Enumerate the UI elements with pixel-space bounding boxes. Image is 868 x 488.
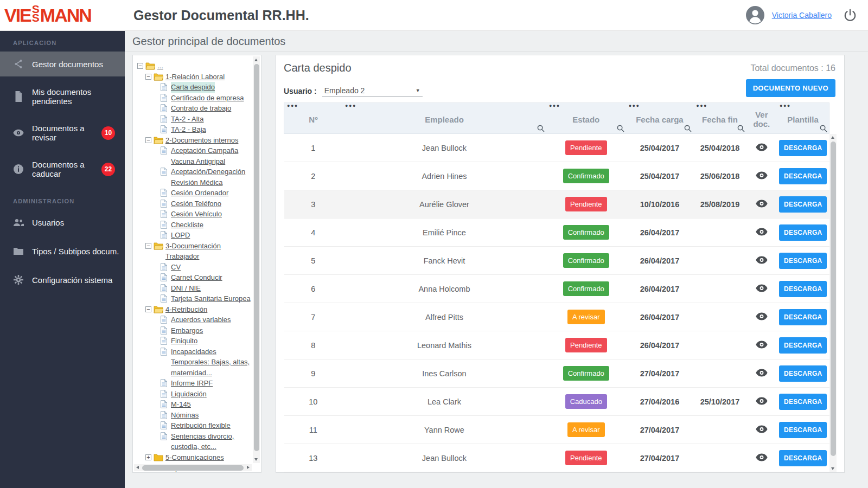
sidebar-item-gestor-documentos[interactable]: Gestor documentos: [0, 52, 125, 76]
scrollbar-thumb[interactable]: [254, 64, 259, 451]
column-menu-icon[interactable]: ●●●: [287, 103, 298, 108]
tree-document-link[interactable]: CV: [171, 262, 181, 273]
download-template-button[interactable]: DESCARGA: [779, 281, 827, 297]
view-document-eye-icon[interactable]: [756, 284, 768, 292]
user-filter-select[interactable]: Empleado 2 ▼: [322, 85, 423, 97]
tree-document-link[interactable]: DNI / NIE: [171, 283, 201, 294]
collapse-toggle-icon[interactable]: −: [145, 243, 151, 249]
view-document-eye-icon[interactable]: [756, 200, 768, 208]
download-template-button[interactable]: DESCARGA: [779, 337, 827, 354]
tree-document-link[interactable]: Acuerdos variables: [171, 314, 231, 325]
view-document-eye-icon[interactable]: [756, 171, 768, 179]
tree-document-link[interactable]: Incapacidades Temporales: Bajas, altas, …: [171, 346, 252, 378]
view-document-eye-icon[interactable]: [756, 341, 768, 349]
download-template-button[interactable]: DESCARGA: [779, 196, 827, 213]
scroll-up-icon[interactable]: [254, 59, 258, 61]
tree-document-link[interactable]: Cesión Teléfono: [171, 198, 221, 209]
download-template-button[interactable]: DESCARGA: [779, 309, 827, 325]
sidebar-item-usuarios[interactable]: Usuarios: [0, 210, 125, 235]
download-template-button[interactable]: DESCARGA: [779, 224, 827, 241]
tree-document-link[interactable]: Informe IRPF: [171, 378, 213, 389]
download-template-button[interactable]: DESCARGA: [779, 168, 827, 184]
view-document-eye-icon[interactable]: [756, 369, 768, 377]
column-menu-icon[interactable]: ●●●: [629, 103, 640, 108]
tree-document-link[interactable]: Carta despido: [171, 82, 215, 93]
download-template-button[interactable]: DESCARGA: [779, 450, 827, 466]
tree-document-link[interactable]: Certificado de empresa: [171, 93, 244, 104]
column-search-icon[interactable]: [737, 125, 745, 132]
tree-vertical-scrollbar[interactable]: [253, 56, 260, 463]
tree-document-link[interactable]: Cesión Vehículo: [171, 209, 222, 220]
download-template-button[interactable]: DESCARGA: [779, 253, 827, 269]
view-document-eye-icon[interactable]: [756, 143, 768, 151]
tree-horizontal-scrollbar[interactable]: [134, 464, 252, 471]
view-document-eye-icon[interactable]: [756, 312, 768, 320]
collapse-toggle-icon[interactable]: −: [145, 74, 151, 80]
collapse-toggle-icon[interactable]: −: [145, 306, 151, 312]
tree-document-link[interactable]: Nóminas: [171, 410, 199, 421]
sidebar-item-mis-documentos-pendientes[interactable]: Mis documentos pendientes: [0, 80, 125, 113]
new-document-button[interactable]: DOCUMENTO NUEVO: [746, 79, 835, 97]
view-document-eye-icon[interactable]: [756, 256, 768, 264]
column-menu-icon[interactable]: ●●●: [780, 103, 791, 108]
download-template-button[interactable]: DESCARGA: [779, 365, 827, 382]
download-template-button[interactable]: DESCARGA: [779, 394, 827, 410]
scrollbar-thumb[interactable]: [831, 142, 836, 456]
column-search-icon[interactable]: [820, 125, 827, 132]
tree-document-link[interactable]: Cesión Ordenador: [171, 188, 228, 198]
view-document-eye-icon[interactable]: [756, 397, 768, 405]
tree-document-link[interactable]: Finiquito: [171, 336, 197, 346]
tree-folder-link[interactable]: 1-Relación Laboral: [165, 72, 225, 82]
column-search-icon[interactable]: [617, 125, 624, 132]
scroll-down-icon[interactable]: [831, 467, 834, 470]
tree-document-link[interactable]: Liquidación: [171, 389, 207, 400]
scrollbar-thumb[interactable]: [142, 465, 244, 471]
tree-node: Carnet Conducir: [159, 272, 252, 283]
expand-toggle-icon[interactable]: +: [145, 454, 151, 460]
column-menu-icon[interactable]: ●●●: [345, 103, 356, 108]
column-menu-icon[interactable]: ●●●: [549, 103, 560, 108]
tree-document-link[interactable]: LOPD: [171, 230, 190, 241]
download-template-button[interactable]: DESCARGA: [779, 140, 827, 156]
collapse-toggle-icon[interactable]: −: [137, 63, 143, 69]
collapse-toggle-icon[interactable]: −: [145, 137, 151, 143]
tree-document-link[interactable]: Aceptación Campaña Vacuna Antigripal: [171, 145, 252, 166]
tree-document-link[interactable]: M-145: [171, 399, 191, 410]
tree-document-link[interactable]: TA-2 - Alta: [171, 114, 203, 125]
user-name-link[interactable]: Victoria Caballero: [772, 11, 832, 20]
scroll-down-icon[interactable]: [254, 458, 258, 461]
tree-document-link[interactable]: Sentencias divorcio, custodia, etc...: [171, 431, 252, 452]
tree-node: −3-Documentación Trabajador: [145, 241, 252, 262]
view-document-eye-icon[interactable]: [756, 425, 768, 433]
tree-folder-link[interactable]: 4-Retribución: [165, 304, 207, 315]
tree-folder-link[interactable]: ...: [157, 61, 163, 72]
column-search-icon[interactable]: [537, 125, 545, 132]
user-avatar-icon[interactable]: [745, 5, 765, 25]
tree-document-link[interactable]: Contrato de trabajo: [171, 103, 231, 114]
sidebar-item-label: Usuarios: [32, 218, 64, 227]
tree-document-link[interactable]: Embargos: [171, 325, 203, 336]
tree-document-link[interactable]: Checkliste: [171, 220, 203, 230]
sidebar-item-configuraci-n-sistema[interactable]: Configuración sistema: [0, 267, 125, 292]
sidebar-item-documentos-a-revisar[interactable]: Documentos a revisar10: [0, 117, 125, 149]
tree-document-link[interactable]: Carnet Conducir: [171, 272, 222, 283]
view-document-eye-icon[interactable]: [756, 453, 768, 461]
download-template-button[interactable]: DESCARGA: [779, 422, 827, 438]
tree-document-link[interactable]: Tarjeta Sanitaria Europea: [171, 293, 251, 304]
table-vertical-scrollbar[interactable]: [829, 134, 837, 472]
column-menu-icon[interactable]: ●●●: [696, 103, 707, 108]
view-document-eye-icon[interactable]: [756, 228, 768, 236]
tree-document-link[interactable]: Aceptación/Denegación Revisión Médica: [171, 166, 252, 188]
tree-folder-link[interactable]: 3-Documentación Trabajador: [165, 241, 252, 262]
tree-folder-link[interactable]: 2-Documentos internos: [165, 135, 238, 146]
sidebar-item-tipos-subtipos-docum-[interactable]: Tipos / Subtipos docum.: [0, 239, 125, 264]
scroll-left-icon[interactable]: [136, 466, 139, 469]
count-badge: 22: [101, 163, 115, 176]
tree-document-link[interactable]: TA-2 - Baja: [171, 124, 206, 135]
scroll-up-icon[interactable]: [831, 136, 834, 139]
scroll-right-icon[interactable]: [247, 466, 250, 469]
column-search-icon[interactable]: [684, 125, 692, 132]
tree-document-link[interactable]: Retribución flexible: [171, 420, 231, 431]
logout-power-icon[interactable]: [843, 8, 857, 22]
sidebar-item-documentos-a-caducar[interactable]: Documentos a caducar22: [0, 153, 125, 185]
